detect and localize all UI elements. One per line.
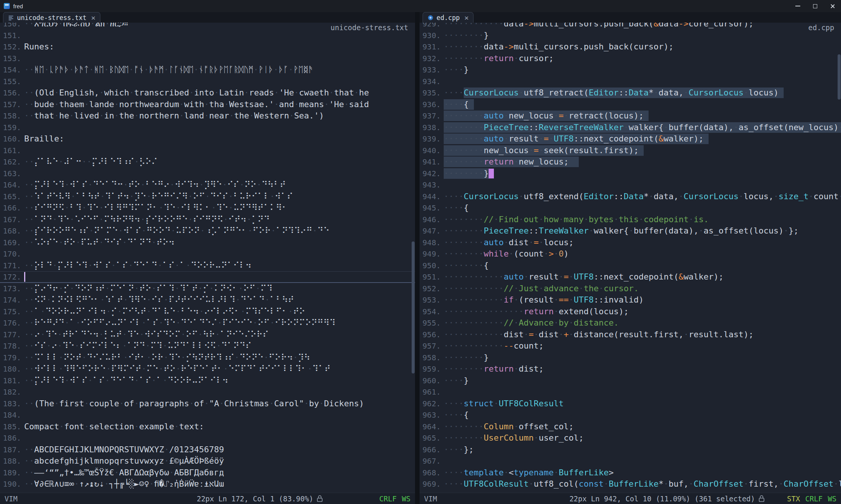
- code-line[interactable]: 180.··⠺⠊⠇⠇·⠹⠻⠑⠋⠕⠗⠑·⠏⠻⠍⠊⠞·⠍⠑·⠞⠕·⠗⠑⠏⠑⠁⠞⠂·⠑…: [0, 363, 415, 375]
- code-line[interactable]: 967.: [420, 455, 841, 467]
- scrollbar-thumb[interactable]: [412, 241, 415, 373]
- code-line[interactable]: 169.··⠡⠕⠎⠑·⠞⠕·⠏⠥⠞·⠙⠊⠎·⠙⠁⠝⠙·⠞⠕⠲: [0, 237, 415, 249]
- code-line[interactable]: 969.····UTF8ColResult·utf8_col(const·Buf…: [420, 478, 841, 490]
- scrollbar-thumb[interactable]: [838, 54, 841, 100]
- code-line[interactable]: 959.········return·dist;: [420, 363, 841, 375]
- code-line[interactable]: 955.············//·Advance·by·distance.: [420, 317, 841, 329]
- code-line[interactable]: 966.····};: [420, 444, 841, 456]
- code-line[interactable]: 948.········auto·dist·=·locus;: [420, 237, 841, 249]
- close-button[interactable]: [824, 0, 841, 12]
- scrollbar-track[interactable]: [837, 23, 841, 493]
- code-line[interactable]: 170.: [0, 248, 415, 260]
- code-line[interactable]: 929.············data->multi_cursors.push…: [420, 23, 841, 30]
- code-line[interactable]: 178.··⠊⠎·⠔·⠹⠑·⠎⠊⠍⠊⠇⠑⠆·⠁⠝⠙·⠍⠹·⠥⠝⠙⠁⠇⠇⠪⠫·⠙⠁…: [0, 340, 415, 352]
- code-line[interactable]: 958.········}: [420, 352, 841, 364]
- code-line[interactable]: 187.··ABCDEFGHIJKLMNOPQRSTUVWXYZ·/012345…: [0, 444, 415, 456]
- code-line[interactable]: 963.····{: [420, 409, 841, 421]
- tab-close-icon[interactable]: ×: [463, 14, 469, 22]
- pane-splitter[interactable]: [415, 12, 420, 504]
- code-line[interactable]: 965.········UserColumn·user_col;: [420, 432, 841, 444]
- scrollbar-track[interactable]: [411, 23, 415, 493]
- status-flag-ws[interactable]: WS: [828, 495, 836, 503]
- tab-close-icon[interactable]: ×: [89, 14, 95, 22]
- code-line[interactable]: 960.····}: [420, 375, 841, 387]
- code-line[interactable]: 182.: [0, 386, 415, 398]
- code-line[interactable]: 161.: [0, 145, 415, 157]
- code-line[interactable]: 162.··⡌⠁⠧⠑·⠼⠁⠒··⡍⠜⠇⠑⠹⠰⠎·⡣⠕⠌: [0, 156, 415, 168]
- code-line[interactable]: 186.: [0, 432, 415, 444]
- text-area-left[interactable]: unicode-stress.txt 150.··እግርህን·በፍራሽህ·ልክ·…: [0, 23, 415, 493]
- code-line[interactable]: 949.········while·(count·>·0): [420, 248, 841, 260]
- status-flag-crlf[interactable]: CRLF: [379, 495, 397, 503]
- lock-icon[interactable]: [759, 495, 764, 502]
- code-line[interactable]: 936.····{: [420, 99, 841, 111]
- code-line[interactable]: 937.········auto·new_locus·=·retract(loc…: [420, 110, 841, 122]
- code-line[interactable]: 930.········}: [420, 30, 841, 41]
- code-line[interactable]: 153.: [0, 53, 415, 65]
- code-line[interactable]: 156.··(Old·English,·which·transcribed·in…: [0, 87, 415, 99]
- code-line[interactable]: 175.··⠁·⠙⠕⠕⠗⠤⠝⠁⠊⠇⠲·⡊·⠍⠊⠣⠞·⠙⠁⠧⠑·⠃⠑⠲·⠔⠊⠇⠔⠫…: [0, 306, 415, 318]
- code-line[interactable]: 968.····template·<typename·BufferLike>: [420, 467, 841, 479]
- code-line[interactable]: 168.··⡎⠊⠗⠕⠕⠛⠑⠰⠎·⠝⠁⠍⠑·⠺⠁⠎·⠛⠕⠕⠙·⠥⠏⠕⠝·⠰⡡⠁⠝⠛…: [0, 225, 415, 237]
- code-line[interactable]: 954.················return·extend(locus)…: [420, 306, 841, 318]
- code-line[interactable]: 165.··⠱⠁⠞⠑⠧⠻·⠁⠃⠳⠞·⠹⠁⠞⠲·⡹⠑·⠗⠑⠛⠊⠌⠻·⠕⠋·⠙⠊⠎·…: [0, 191, 415, 203]
- status-flag-crlf[interactable]: CRLF: [805, 495, 823, 503]
- code-line[interactable]: 188.··abcdefghijklmnopqrstuvwxyz·£©µÀÆÖÞ…: [0, 455, 415, 467]
- code-line[interactable]: 934.: [420, 76, 841, 88]
- tab-ed-cpp[interactable]: ed.cpp ×: [423, 12, 474, 23]
- code-line[interactable]: 962.····struct·UTF8ColResult: [420, 398, 841, 410]
- code-line[interactable]: 157.··bude·thaem·lande·northweardum·with…: [0, 99, 415, 111]
- code-line[interactable]: 172.: [0, 271, 415, 283]
- code-line[interactable]: 152.Runes:: [0, 41, 415, 53]
- code-line[interactable]: 167.··⠁⠝⠙·⠹⠑·⠡⠊⠑⠋·⠍⠳⠗⠝⠻⠲·⡎⠊⠗⠕⠕⠛⠑·⠎⠊⠛⠝⠫·⠊…: [0, 214, 415, 226]
- code-line[interactable]: 171.··⡕⠇⠙·⡍⠜⠇⠑⠹·⠺⠁⠎·⠁⠎·⠙⠑⠁⠙·⠁⠎·⠁·⠙⠕⠕⠗⠤⠝⠁…: [0, 260, 415, 272]
- code-line[interactable]: 173.··⡍⠔⠙⠖·⡊·⠙⠕⠝⠰⠞·⠍⠑⠁⠝·⠞⠕·⠎⠁⠹·⠹⠁⠞·⡊·⠅⠝⠪…: [0, 283, 415, 295]
- minimize-button[interactable]: [789, 0, 806, 12]
- code-line[interactable]: 943.: [420, 179, 841, 191]
- code-line[interactable]: 956.············dist·=·dist·+·distance(r…: [420, 329, 841, 341]
- code-line[interactable]: 185.Compact·font·selection·example·text:: [0, 421, 415, 433]
- maximize-button[interactable]: [806, 0, 824, 12]
- code-line[interactable]: 176.··⠗⠑⠛⠜⠙·⠁·⠊⠕⠋⠋⠔⠤⠝⠁⠊⠇·⠁⠎·⠹⠑·⠙⠑⠁⠙⠑⠌·⠏⠊…: [0, 317, 415, 329]
- text-area-right[interactable]: ed.cpp 929.············data->multi_curso…: [420, 23, 841, 493]
- code-line[interactable]: 935.····CursorLocus·utf8_retract(Editor:…: [420, 87, 841, 99]
- code-line[interactable]: 177.··⠔·⠹⠑·⠞⠗⠁⠙⠑⠲·⡃⠥⠞·⠹⠑·⠺⠊⠎⠙⠕⠍·⠕⠋·⠳⠗·⠁⠝…: [0, 329, 415, 341]
- code-line[interactable]: 940.········new_locus·=·seek(result.firs…: [420, 145, 841, 157]
- code-line[interactable]: 154.··ᚻᛖ·ᚳᚹᚫᚦ·ᚦᚫᛏ·ᚻᛖ·ᛒᚢᛞᛖ·ᚩᚾ·ᚦᚫᛗ·ᛚᚪᚾᛞᛖ·ᚾ…: [0, 64, 415, 76]
- code-line[interactable]: 945.····{: [420, 202, 841, 214]
- code-line[interactable]: 159.: [0, 122, 415, 134]
- code-line[interactable]: 183.··(The·first·couple·of·paragraphs·of…: [0, 398, 415, 410]
- code-line[interactable]: 174.··⠪⠝·⠅⠝⠪⠇⠫⠛⠑⠂·⠱⠁⠞·⠹⠻⠑·⠊⠎·⠏⠜⠞⠊⠊⠊⠥⠇⠜⠇⠹…: [0, 294, 415, 306]
- code-line[interactable]: 946.········//·Find·out·how·many·bytes·t…: [420, 214, 841, 226]
- code-line[interactable]: 944.····CursorLocus·utf8_extend(Editor::…: [420, 191, 841, 203]
- code-line[interactable]: 953.············if·(result·==·UTF8::inva…: [420, 294, 841, 306]
- code-line[interactable]: 942.········}: [420, 168, 841, 180]
- code-line[interactable]: 939.········auto·result·=·UTF8::next_cod…: [420, 133, 841, 145]
- lock-icon[interactable]: [317, 495, 323, 502]
- code-line[interactable]: 950.········{: [420, 260, 841, 272]
- code-line[interactable]: 189.··–—‘“”„†•…‰™œŠŸž€·ΑΒΓΔΩαβγδω·АБВГДа…: [0, 467, 415, 479]
- code-line[interactable]: 184.: [0, 409, 415, 421]
- code-line[interactable]: 155.: [0, 76, 415, 88]
- code-line[interactable]: 179.··⠩⠁⠇⠇·⠝⠕⠞·⠙⠊⠌⠥⠗⠃·⠊⠞⠂·⠕⠗·⠹⠑·⡊⠳⠝⠞⠗⠹⠰⠎…: [0, 352, 415, 364]
- status-flag-ws[interactable]: WS: [402, 495, 411, 503]
- code-line[interactable]: 952.············//·Just·advance·the·curs…: [420, 283, 841, 295]
- tab-unicode-stress[interactable]: unicode-stress.txt ×: [3, 12, 100, 23]
- code-line[interactable]: 163.: [0, 168, 415, 180]
- code-line[interactable]: 164.··⡍⠜⠇⠑⠹·⠺⠁⠎·⠙⠑⠁⠙⠒·⠞⠕·⠃⠑⠛⠔·⠺⠊⠹⠲·⡹⠻⠑·⠊…: [0, 179, 415, 191]
- code-line[interactable]: 941.········return·new_locus;: [420, 156, 841, 168]
- code-line[interactable]: 964.········Column·offset_col;: [420, 421, 841, 433]
- code-line[interactable]: 160.Braille:: [0, 133, 415, 145]
- code-line[interactable]: 933.····}: [420, 64, 841, 76]
- code-line[interactable]: 938.········PieceTree::ReverseTreeWalker…: [420, 122, 841, 134]
- status-flag-stx[interactable]: STX: [787, 495, 800, 503]
- code-line[interactable]: 181.··⡍⠜⠇⠑⠹·⠺⠁⠎·⠁⠎·⠙⠑⠁⠙·⠁⠎·⠁·⠙⠕⠕⠗⠤⠝⠁⠊⠇⠲: [0, 375, 415, 387]
- code-line[interactable]: 951.············auto·result·=·UTF8::next…: [420, 271, 841, 283]
- code-line[interactable]: 947.········PieceTree::TreeWalker·walker…: [420, 225, 841, 237]
- code-line[interactable]: 190.··∀∂∈ℝ∧∪≡∞·↑↗↨↻⇣·┐┼╔╘░►☺♀·ﬁ�⑀₂ἠḂӥẄɐː…: [0, 478, 415, 490]
- code-line[interactable]: 957.············--count;: [420, 340, 841, 352]
- code-line[interactable]: 932.········return·cursor;: [420, 53, 841, 65]
- code-line[interactable]: 931.········data->multi_cursors.push_bac…: [420, 41, 841, 53]
- code-line[interactable]: 158.··that·he·lived·in·the·northern·land…: [0, 110, 415, 122]
- code-line[interactable]: 961.: [420, 386, 841, 398]
